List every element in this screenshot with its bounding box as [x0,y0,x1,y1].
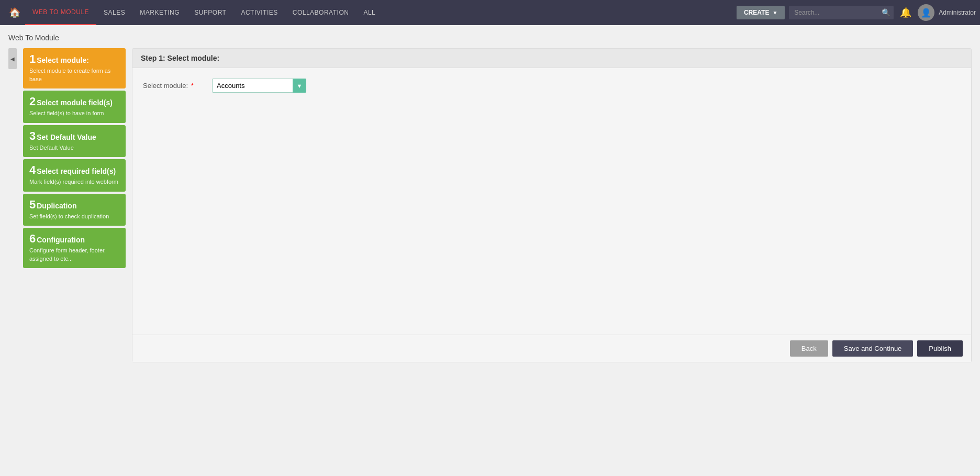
user-avatar[interactable]: 👤 [918,4,934,21]
back-button[interactable]: Back [790,340,828,357]
step-title: Set Default Value [37,132,96,142]
nav-label: MARKETING [140,9,180,16]
nav-item-activities[interactable]: ACTIVITIES [233,0,285,25]
step-desc: Set field(s) to check duplication [29,213,119,220]
nav-item-marketing[interactable]: MARKETING [132,0,187,25]
save-and-continue-button[interactable]: Save and Continue [832,340,914,357]
breadcrumb: Web To Module [8,34,972,42]
step-title: Configuration [37,235,85,245]
required-marker: * [191,82,194,90]
toggle-icon: ◀ [10,56,15,62]
module-select-wrap: Accounts Contacts Leads Cases Opportunit… [212,79,306,93]
step-title: Select module: [37,56,89,65]
step-2[interactable]: 2 Select module field(s) Select field(s)… [23,91,126,123]
publish-button[interactable]: Publish [917,340,963,357]
steps-sidebar: 1 Select module: Select module to create… [23,48,126,268]
step-6[interactable]: 6 Configuration Configure form header, f… [23,228,126,268]
step-title: Select module field(s) [37,98,113,107]
page-wrap: Web To Module ◀ 1 Select module: Select … [0,25,980,371]
step-desc: Configure form header, footer, assigned … [29,247,119,263]
step-4[interactable]: 4 Select required field(s) Mark field(s)… [23,159,126,192]
step-1[interactable]: 1 Select module: Select module to create… [23,48,126,88]
step-title: Select required field(s) [37,167,116,176]
user-icon-shape: 👤 [921,8,931,18]
step-header: Step 1: Select module: [132,49,971,68]
step-number: 1 [29,53,36,65]
home-button[interactable]: 🏠 [4,2,25,23]
module-form-row: Select module: * Accounts Contacts Leads… [143,79,961,93]
top-navigation: 🏠 WEB TO MODULE SALES MARKETING SUPPORT … [0,0,980,25]
search-input[interactable] [789,6,894,19]
step-body: Select module: * Accounts Contacts Leads… [132,68,971,335]
step-number: 2 [29,96,36,107]
home-icon: 🏠 [9,7,20,18]
nav-item-sales[interactable]: SALES [96,0,132,25]
layout: ◀ 1 Select module: Select module to crea… [8,48,972,362]
main-content-panel: Step 1: Select module: Select module: * … [132,48,972,362]
step-number: 3 [29,130,36,142]
nav-item-support[interactable]: SUPPORT [187,0,233,25]
notification-icon[interactable]: 🔔 [898,5,914,20]
module-select-label: Select module: * [143,82,206,90]
step-desc: Select field(s) to have in form [29,109,119,117]
nav-label: ACTIVITIES [241,9,277,16]
step-number: 5 [29,199,36,211]
nav-label: ALL [363,9,375,16]
step-desc: Set Default Value [29,144,119,152]
nav-label: COLLABORATION [293,9,349,16]
search-wrap: 🔍 [789,6,894,19]
step-3[interactable]: 3 Set Default Value Set Default Value [23,125,126,158]
create-button[interactable]: CREATE ▼ [737,6,785,19]
nav-item-collaboration[interactable]: COLLABORATION [285,0,357,25]
step-5[interactable]: 5 Duplication Set field(s) to check dupl… [23,194,126,226]
footer-bar: Back Save and Continue Publish [132,335,971,362]
nav-label: SUPPORT [194,9,226,16]
search-icon[interactable]: 🔍 [882,8,890,17]
nav-label: WEB TO MODULE [32,8,89,16]
dropdown-arrow-icon: ▼ [772,10,777,16]
step-number: 4 [29,164,36,176]
step-desc: Select module to create form as base [29,67,119,83]
step-desc: Mark field(s) required into webform [29,178,119,186]
nav-label: SALES [104,9,125,16]
step-title: Duplication [37,201,76,211]
create-label: CREATE [744,9,769,16]
nav-item-all[interactable]: ALL [356,0,383,25]
step-number: 6 [29,233,36,245]
nav-item-web-to-module[interactable]: WEB TO MODULE [25,0,96,25]
module-select[interactable]: Accounts Contacts Leads Cases Opportunit… [212,79,306,93]
sidebar-toggle[interactable]: ◀ [8,48,17,69]
admin-label[interactable]: Administrator [939,9,976,16]
